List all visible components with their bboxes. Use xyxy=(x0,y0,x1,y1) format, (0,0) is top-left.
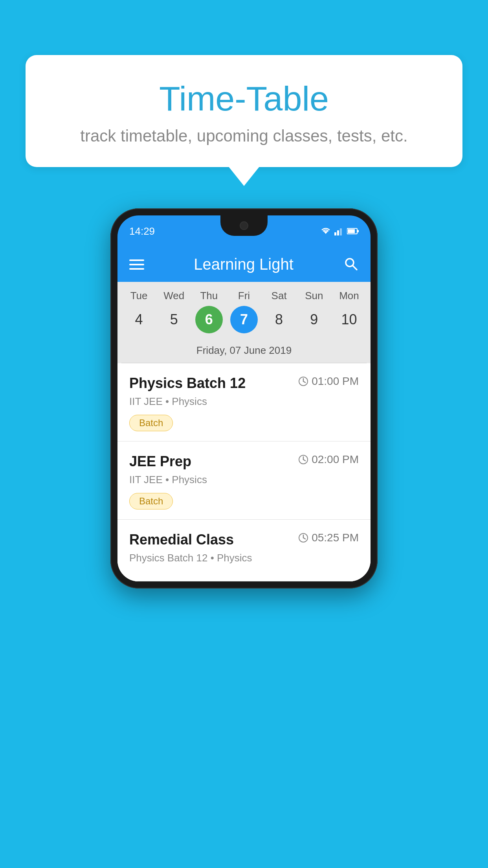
day-name: Sat xyxy=(272,290,287,302)
day-name: Tue xyxy=(130,290,148,302)
phone-mockup: 14:29 xyxy=(110,208,378,588)
class-item[interactable]: Physics Batch 1201:00 PMIIT JEE • Physic… xyxy=(117,363,371,441)
day-col[interactable]: Wed5 xyxy=(156,290,191,333)
day-col[interactable]: Mon10 xyxy=(332,290,367,333)
svg-line-17 xyxy=(303,538,305,539)
clock-icon xyxy=(298,533,308,543)
svg-line-11 xyxy=(303,381,305,383)
speech-bubble-container: Time-Table track timetable, upcoming cla… xyxy=(26,55,462,186)
app-toolbar: Learning Light xyxy=(117,247,371,282)
day-number[interactable]: 5 xyxy=(160,306,188,333)
day-name: Mon xyxy=(339,290,359,302)
class-name: Physics Batch 12 xyxy=(129,375,246,392)
day-number[interactable]: 8 xyxy=(265,306,293,333)
day-col[interactable]: Tue4 xyxy=(121,290,156,333)
class-time: 05:25 PM xyxy=(298,531,359,544)
menu-icon[interactable] xyxy=(129,259,144,270)
day-col[interactable]: Sun9 xyxy=(297,290,332,333)
speech-bubble: Time-Table track timetable, upcoming cla… xyxy=(26,55,462,167)
svg-rect-2 xyxy=(337,230,339,235)
search-icon[interactable] xyxy=(343,256,359,273)
status-bar: 14:29 xyxy=(117,215,371,247)
clock-icon xyxy=(298,376,308,386)
class-details: IIT JEE • Physics xyxy=(129,474,359,486)
class-details: Physics Batch 12 • Physics xyxy=(129,552,359,564)
hero-subtitle: track timetable, upcoming classes, tests… xyxy=(57,127,431,145)
class-list: Physics Batch 1201:00 PMIIT JEE • Physic… xyxy=(117,363,371,581)
days-row: Tue4Wed5Thu6Fri7Sat8Sun9Mon10 xyxy=(121,290,367,338)
class-name: Remedial Class xyxy=(129,531,234,548)
menu-line-1 xyxy=(129,259,144,261)
menu-line-3 xyxy=(129,268,144,270)
class-name: JEE Prep xyxy=(129,453,191,470)
notch xyxy=(220,215,268,236)
svg-line-8 xyxy=(352,265,357,270)
toolbar-title: Learning Light xyxy=(194,256,294,273)
class-time: 02:00 PM xyxy=(298,453,359,466)
selected-date-label: Friday, 07 June 2019 xyxy=(121,338,367,363)
class-item[interactable]: JEE Prep02:00 PMIIT JEE • PhysicsBatch xyxy=(117,441,371,520)
day-number[interactable]: 10 xyxy=(335,306,363,333)
camera xyxy=(240,221,248,230)
day-name: Thu xyxy=(200,290,218,302)
class-item[interactable]: Remedial Class05:25 PMPhysics Batch 12 •… xyxy=(117,520,371,581)
phone-body: 14:29 xyxy=(110,208,378,588)
svg-rect-5 xyxy=(348,229,355,233)
speech-bubble-arrow xyxy=(228,166,260,186)
day-name: Sun xyxy=(305,290,323,302)
signal-icon xyxy=(334,227,344,235)
wifi-icon xyxy=(320,227,331,235)
batch-badge: Batch xyxy=(129,415,173,431)
day-name: Wed xyxy=(163,290,184,302)
status-icons xyxy=(320,227,359,235)
calendar-strip: Tue4Wed5Thu6Fri7Sat8Sun9Mon10 Friday, 07… xyxy=(117,282,371,363)
battery-icon xyxy=(347,228,359,235)
class-details: IIT JEE • Physics xyxy=(129,395,359,408)
day-col[interactable]: Sat8 xyxy=(262,290,297,333)
batch-badge: Batch xyxy=(129,493,173,509)
app-screen: Learning Light Tue4Wed5Thu6Fri7Sat8Sun9M… xyxy=(117,247,371,581)
svg-rect-6 xyxy=(358,230,359,232)
svg-marker-0 xyxy=(323,231,328,234)
day-col[interactable]: Fri7 xyxy=(226,290,261,333)
svg-line-14 xyxy=(303,460,305,461)
day-number[interactable]: 6 xyxy=(195,306,223,333)
hero-title: Time-Table xyxy=(57,79,431,119)
status-time: 14:29 xyxy=(129,225,155,237)
day-col[interactable]: Thu6 xyxy=(191,290,226,333)
day-name: Fri xyxy=(238,290,250,302)
clock-icon xyxy=(298,454,308,465)
svg-rect-1 xyxy=(334,232,336,235)
menu-line-2 xyxy=(129,264,144,265)
svg-rect-3 xyxy=(340,228,342,235)
class-time: 01:00 PM xyxy=(298,375,359,388)
day-number[interactable]: 4 xyxy=(125,306,153,333)
day-number[interactable]: 7 xyxy=(230,306,258,333)
day-number[interactable]: 9 xyxy=(300,306,328,333)
